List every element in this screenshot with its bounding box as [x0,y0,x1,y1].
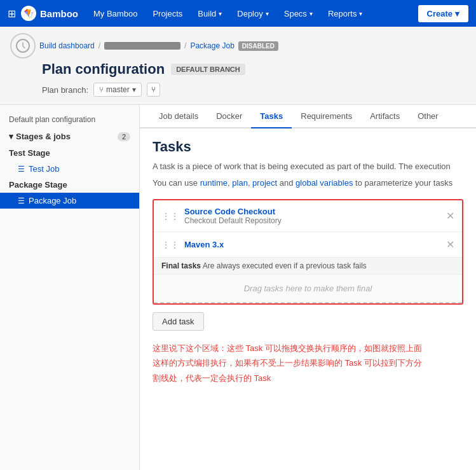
grid-icon[interactable]: ⊞ [8,8,16,20]
breadcrumb-sep2: / [184,41,186,50]
stages-chevron-icon: ▾ [9,132,13,141]
list-icon-active: ☰ [18,197,25,205]
drag-drop-zone[interactable]: Drag tasks here to make them final [154,275,462,303]
build-chevron: ▾ [219,10,222,17]
list-icon: ☰ [18,165,25,174]
table-row: ⋮⋮ Maven 3.x ✕ [154,232,462,258]
plan-branch-row: Plan branch: ⑂ master ▾ ⑂ [42,83,466,97]
nav-deploy[interactable]: Deploy ▾ [231,0,275,27]
global-variables-link[interactable]: global variables [296,178,353,188]
tab-other[interactable]: Other [409,105,447,128]
drag-handle-icon[interactable]: ⋮⋮ [161,211,179,221]
task-maven-name[interactable]: Maven 3.x [184,240,441,249]
branch-chevron: ▾ [132,85,136,94]
tab-tasks[interactable]: Tasks [251,105,292,128]
deploy-chevron: ▾ [266,10,269,17]
sidebar-item-test-job[interactable]: ☰ Test Job [0,161,139,177]
stages-section-label: Stages & jobs [16,132,71,141]
sidebar-item-package-job[interactable]: ☰ Package Job [0,193,139,209]
nav-build[interactable]: Build ▾ [191,0,228,27]
final-tasks-label: Final tasks Are always executed even if … [154,258,462,275]
tab-requirements[interactable]: Requirements [292,105,361,128]
sidebar-stages-section[interactable]: ▾ Stages & jobs 2 [0,128,139,145]
breadcrumb: Build dashboard / / Package Job DISABLED [10,33,466,59]
tasks-description: A task is a piece of work that is being … [153,160,463,173]
nav-projects[interactable]: Projects [146,0,189,27]
task-source-checkout-sub: Checkout Default Repository [184,216,441,225]
plan-icon [10,33,36,59]
tab-artifacts[interactable]: Artifacts [361,105,409,128]
nav-my-bamboo[interactable]: My Bamboo [87,0,144,27]
page-header: Build dashboard / / Package Job DISABLED… [0,27,476,105]
disabled-badge: DISABLED [238,41,278,51]
breadcrumb-job-link[interactable]: Package Job [190,41,234,50]
tasks-content: Tasks A task is a piece of work that is … [140,128,476,396]
drag-handle-icon-2[interactable]: ⋮⋮ [161,240,179,250]
sidebar: Default plan configuration ▾ Stages & jo… [0,105,140,470]
breadcrumb-plan-blurred [104,42,180,50]
runtime-link[interactable]: runtime [200,178,228,188]
content-area: Job details Docker Tasks Requirements Ar… [140,105,476,470]
tasks-variables-desc: You can use runtime, plan, project and g… [153,177,463,190]
sidebar-header: Default plan configuration [0,111,139,128]
top-navigation: ⊞ 🪁 Bamboo My Bamboo Projects Build ▾ De… [0,0,476,27]
branch-value: master [106,85,130,94]
logo-icon: 🪁 [21,6,36,21]
logo-text: Bamboo [40,8,78,19]
annotation-text: 这里说下这个区域：这些 Task 可以拖拽交换执行顺序的，如图就按照上面 这样的… [153,341,463,385]
breadcrumb-home-link[interactable]: Build dashboard [39,41,95,50]
nav-specs[interactable]: Specs ▾ [278,0,319,27]
test-stage-label: Test Stage [0,145,139,161]
remove-task-icon[interactable]: ✕ [446,210,454,222]
package-stage-label: Package Stage [0,177,139,193]
test-job-label: Test Job [29,164,59,174]
reports-chevron: ▾ [359,10,362,17]
tab-job-details[interactable]: Job details [150,105,207,128]
plan-link[interactable]: plan [232,178,248,188]
main-layout: Default plan configuration ▾ Stages & jo… [0,105,476,470]
package-job-label: Package Job [29,196,76,205]
create-button[interactable]: Create ▾ [418,5,468,22]
specs-chevron: ▾ [309,10,313,17]
nav-reports[interactable]: Reports ▾ [322,0,369,27]
remove-maven-task-icon[interactable]: ✕ [446,238,454,251]
default-branch-badge: DEFAULT BRANCH [171,64,245,75]
breadcrumb-sep1: / [99,41,100,50]
branch-select[interactable]: ⑂ master ▾ [93,83,142,97]
page-title: Plan configuration [42,61,165,78]
create-chevron: ▾ [455,9,459,18]
table-row: ⋮⋮ Source Code Checkout Checkout Default… [154,200,462,232]
tabs-bar: Job details Docker Tasks Requirements Ar… [140,105,476,128]
add-task-button[interactable]: Add task [153,312,204,331]
project-link[interactable]: project [252,178,277,188]
branch-icon-button[interactable]: ⑂ [147,83,160,97]
task-list-box: ⋮⋮ Source Code Checkout Checkout Default… [153,199,463,305]
task-source-checkout-name[interactable]: Source Code Checkout [184,207,441,216]
bamboo-logo[interactable]: 🪁 Bamboo [21,6,78,21]
tasks-title: Tasks [153,139,463,155]
plan-branch-label: Plan branch: [42,85,88,95]
stages-count: 2 [118,132,130,141]
page-title-row: Plan configuration DEFAULT BRANCH [10,61,466,78]
tab-docker[interactable]: Docker [207,105,251,128]
